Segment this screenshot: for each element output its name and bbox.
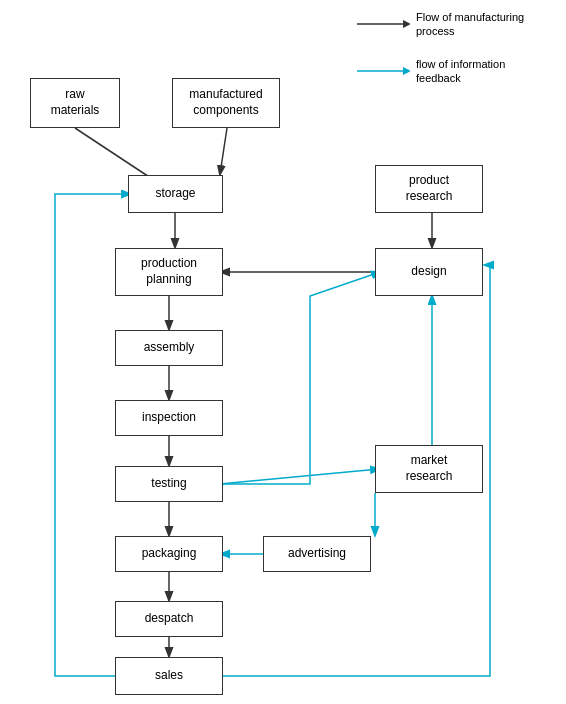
box-design: design: [375, 248, 483, 296]
legend: Flow of manufacturing process flow of in…: [355, 10, 546, 91]
label-raw-materials: rawmaterials: [51, 87, 100, 118]
legend-blue-arrow: flow of information feedback: [355, 57, 546, 86]
label-storage: storage: [155, 186, 195, 202]
legend-black-text: Flow of manufacturing process: [416, 10, 546, 39]
svg-marker-1: [403, 20, 410, 28]
label-manufactured-components: manufacturedcomponents: [189, 87, 262, 118]
box-product-research: productresearch: [375, 165, 483, 213]
box-sales: sales: [115, 657, 223, 695]
label-production-planning: productionplanning: [141, 256, 197, 287]
box-packaging: packaging: [115, 536, 223, 572]
label-inspection: inspection: [142, 410, 196, 426]
box-inspection: inspection: [115, 400, 223, 436]
diagram-container: Flow of manufacturing process flow of in…: [0, 0, 566, 704]
box-despatch: despatch: [115, 601, 223, 637]
label-assembly: assembly: [144, 340, 195, 356]
svg-marker-3: [403, 67, 410, 75]
label-advertising: advertising: [288, 546, 346, 562]
box-raw-materials: rawmaterials: [30, 78, 120, 128]
box-assembly: assembly: [115, 330, 223, 366]
box-manufactured-components: manufacturedcomponents: [172, 78, 280, 128]
box-advertising: advertising: [263, 536, 371, 572]
label-despatch: despatch: [145, 611, 194, 627]
label-testing: testing: [151, 476, 186, 492]
svg-line-5: [220, 128, 227, 174]
label-sales: sales: [155, 668, 183, 684]
legend-blue-text: flow of information feedback: [416, 57, 546, 86]
label-design: design: [411, 264, 446, 280]
label-product-research: productresearch: [406, 173, 453, 204]
box-market-research: marketresearch: [375, 445, 483, 493]
box-testing: testing: [115, 466, 223, 502]
legend-black-arrow: Flow of manufacturing process: [355, 10, 546, 39]
svg-line-15: [220, 469, 379, 484]
box-production-planning: productionplanning: [115, 248, 223, 296]
box-storage: storage: [128, 175, 223, 213]
label-packaging: packaging: [142, 546, 197, 562]
label-market-research: marketresearch: [406, 453, 453, 484]
